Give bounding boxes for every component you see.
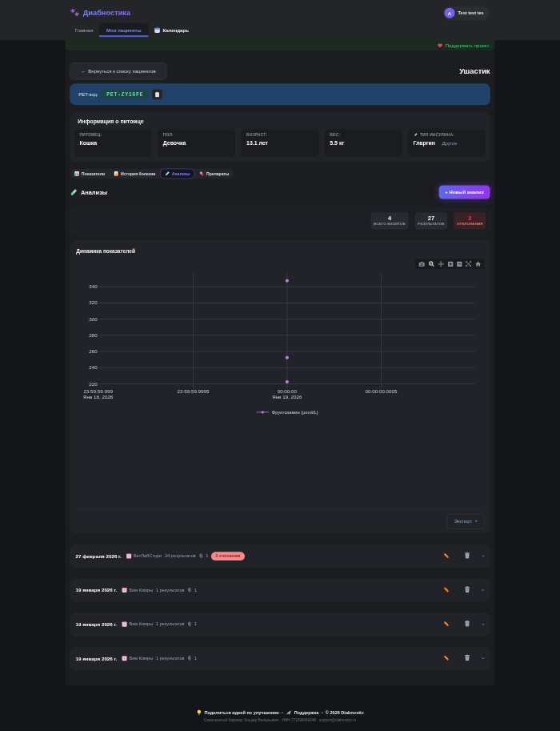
svg-text:00:00:00: 00:00:00 <box>278 388 298 394</box>
svg-text:320: 320 <box>89 299 98 305</box>
svg-text:Янв 18, 2026: Янв 18, 2026 <box>83 394 114 400</box>
svg-text:300: 300 <box>89 316 98 322</box>
svg-text:340: 340 <box>89 283 98 289</box>
svg-text:280: 280 <box>89 332 98 338</box>
svg-text:00:00:00.0005: 00:00:00.0005 <box>366 388 398 394</box>
svg-text:260: 260 <box>89 348 98 354</box>
svg-text:23:59:59.999: 23:59:59.999 <box>83 388 113 394</box>
svg-text:23:59:59.9995: 23:59:59.9995 <box>178 388 210 394</box>
svg-text:Фруктозамин (µmol/L): Фруктозамин (µmol/L) <box>272 410 318 415</box>
svg-text:240: 240 <box>89 364 98 370</box>
svg-text:220: 220 <box>89 381 98 387</box>
svg-text:Янв 19, 2026: Янв 19, 2026 <box>272 394 302 400</box>
